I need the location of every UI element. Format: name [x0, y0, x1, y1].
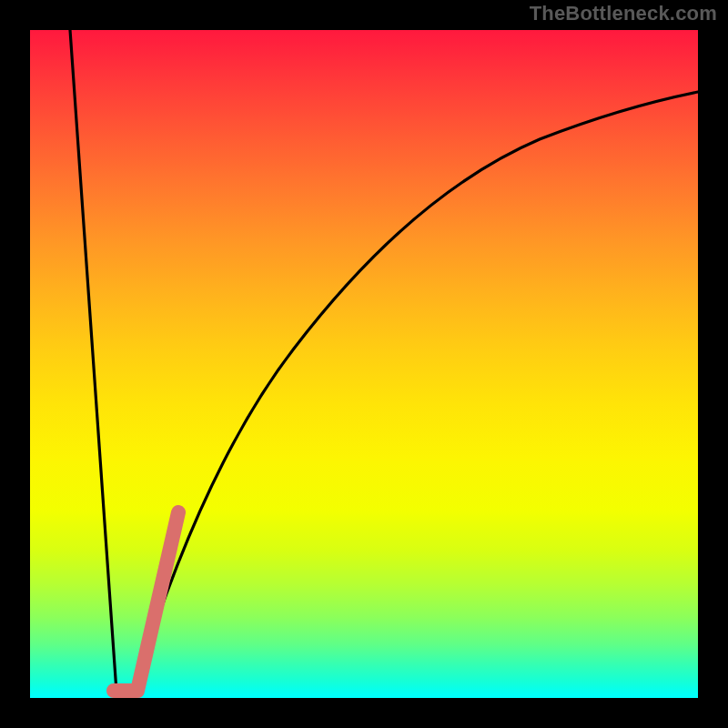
chart-frame: TheBottleneck.com — [0, 0, 728, 728]
curve-layer — [30, 30, 698, 698]
plot-area — [30, 30, 698, 698]
highlight-marker — [114, 512, 178, 691]
watermark-text: TheBottleneck.com — [530, 2, 717, 25]
